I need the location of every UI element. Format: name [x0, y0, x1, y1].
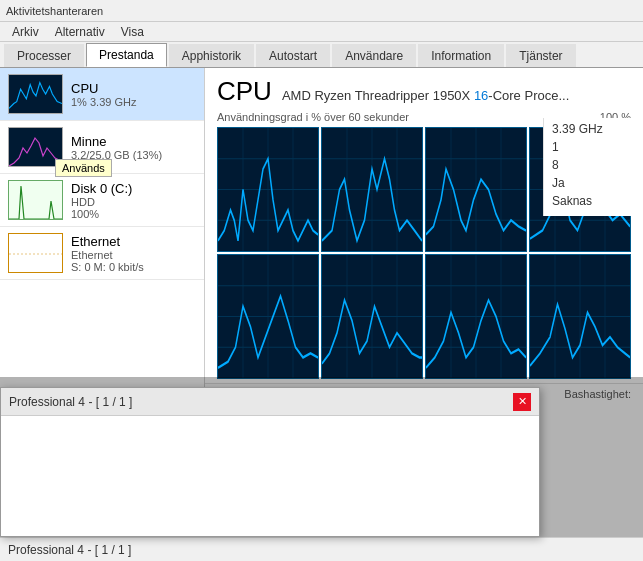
- svg-rect-1: [9, 181, 63, 220]
- bottom-bar: Professional 4 - [ 1 / 1 ]: [0, 537, 643, 561]
- right-panel-virt: Ja: [552, 176, 635, 190]
- title-bar: Aktivitetshanteraren: [0, 0, 643, 22]
- menu-alternativ[interactable]: Alternativ: [47, 23, 113, 41]
- ethernet-thumbnail: [8, 233, 63, 273]
- memory-sidebar-info: Minne 3.2/25.0 GB (13%): [71, 134, 196, 161]
- sidebar-item-cpu[interactable]: CPU 1% 3.39 GHz: [0, 68, 204, 121]
- modal-box: Professional 4 - [ 1 / 1 ] ✕: [0, 387, 540, 537]
- tab-information[interactable]: Information: [418, 44, 504, 67]
- sidebar-item-disk[interactable]: Disk 0 (C:) HDD 100%: [0, 174, 204, 227]
- modal-close-button[interactable]: ✕: [513, 393, 531, 411]
- right-panel-logical: 8: [552, 158, 635, 172]
- modal-title-bar: Professional 4 - [ 1 / 1 ] ✕: [1, 388, 539, 416]
- ethernet-sidebar-info: Ethernet Ethernet S: 0 M: 0 kbit/s: [71, 234, 196, 273]
- cpu-highlight: 16: [474, 88, 488, 103]
- cpu-main-title: CPU: [217, 76, 272, 107]
- cpu-sidebar-title: CPU: [71, 81, 196, 96]
- cpu-sidebar-info: CPU 1% 3.39 GHz: [71, 81, 196, 108]
- cpu-thumbnail: [8, 74, 63, 114]
- ethernet-sidebar-sub: Ethernet: [71, 249, 196, 261]
- right-panel-cores: 1: [552, 140, 635, 154]
- tab-processer[interactable]: Processer: [4, 44, 84, 67]
- sidebar-item-memory[interactable]: Minne 3.2/25.0 GB (13%) Används: [0, 121, 204, 174]
- cpu-graph-0: [217, 127, 319, 252]
- right-panel: 3.39 GHz 1 8 Ja Saknas: [543, 118, 643, 216]
- right-panel-cache: Saknas: [552, 194, 635, 208]
- cpu-graph-7: [529, 254, 631, 379]
- graph-label-left: Användningsgrad i % över 60 sekunder: [217, 111, 409, 123]
- sidebar-item-ethernet[interactable]: Ethernet Ethernet S: 0 M: 0 kbit/s: [0, 227, 204, 280]
- menu-visa[interactable]: Visa: [113, 23, 152, 41]
- tab-prestanda[interactable]: Prestanda: [86, 43, 167, 67]
- cpu-graph-1: [321, 127, 423, 252]
- menu-arkiv[interactable]: Arkiv: [4, 23, 47, 41]
- menu-bar: Arkiv Alternativ Visa: [0, 22, 643, 42]
- cpu-graph-2: [425, 127, 527, 252]
- memory-tooltip: Används: [55, 159, 112, 177]
- modal-title-text: Professional 4 - [ 1 / 1 ]: [9, 395, 132, 409]
- svg-rect-2: [9, 234, 63, 273]
- disk-sidebar-sub: HDD: [71, 196, 196, 208]
- cpu-graph-6: [425, 254, 527, 379]
- ethernet-sidebar-title: Ethernet: [71, 234, 196, 249]
- cpu-graph-4: [217, 254, 319, 379]
- disk-sidebar-sub2: 100%: [71, 208, 196, 220]
- modal-content: [1, 416, 539, 432]
- tab-autostart[interactable]: Autostart: [256, 44, 330, 67]
- cpu-graph-5: [321, 254, 423, 379]
- bottom-bar-text: Professional 4 - [ 1 / 1 ]: [8, 543, 131, 557]
- disk-sidebar-title: Disk 0 (C:): [71, 181, 196, 196]
- modal-overlay: Professional 4 - [ 1 / 1 ] ✕: [0, 377, 643, 537]
- cpu-header: CPU AMD Ryzen Threadripper 1950X 16-Core…: [205, 68, 643, 111]
- title-bar-text: Aktivitetshanteraren: [6, 5, 103, 17]
- cpu-sidebar-sub: 1% 3.39 GHz: [71, 96, 196, 108]
- right-panel-speed: 3.39 GHz: [552, 122, 635, 136]
- tab-bar: Processer Prestanda Apphistorik Autostar…: [0, 42, 643, 68]
- tab-apphistorik[interactable]: Apphistorik: [169, 44, 254, 67]
- disk-sidebar-info: Disk 0 (C:) HDD 100%: [71, 181, 196, 220]
- tab-anvandare[interactable]: Användare: [332, 44, 416, 67]
- cpu-model-text: AMD Ryzen Threadripper 1950X 16-Core Pro…: [282, 88, 569, 103]
- ethernet-sidebar-sub2: S: 0 M: 0 kbit/s: [71, 261, 196, 273]
- memory-sidebar-title: Minne: [71, 134, 196, 149]
- disk-thumbnail: [8, 180, 63, 220]
- tab-tjanster[interactable]: Tjänster: [506, 44, 575, 67]
